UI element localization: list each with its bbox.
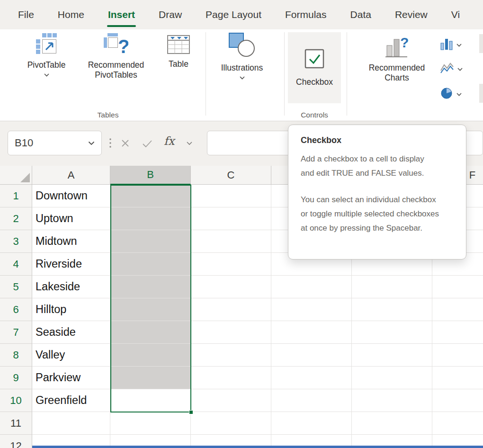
pie-chart-button[interactable] [440, 87, 462, 101]
cell-A9[interactable]: Parkview [32, 367, 110, 389]
group-separator [284, 32, 285, 116]
cell-A2[interactable]: Uptown [32, 207, 110, 230]
tab-data[interactable]: Data [350, 0, 371, 29]
cell-F8[interactable] [432, 344, 483, 367]
cell-A8[interactable]: Valley [32, 344, 110, 367]
excel-window: FileHomeInsertDrawPage LayoutFormulasDat… [0, 0, 483, 448]
row-header-3[interactable]: 3 [0, 230, 32, 253]
row-header-12[interactable]: 12 [0, 435, 32, 448]
cell-E8[interactable] [352, 344, 432, 367]
cell-F7[interactable] [432, 321, 483, 344]
row-header-10[interactable]: 10 [0, 389, 32, 412]
fill-handle[interactable] [189, 410, 193, 414]
cell-B3[interactable] [110, 230, 191, 253]
select-all-corner[interactable] [0, 166, 32, 185]
cell-A1[interactable]: Downtown [32, 185, 110, 207]
cell-B5[interactable] [110, 276, 191, 298]
cell-E5[interactable] [352, 276, 432, 298]
cell-C2[interactable] [191, 207, 271, 230]
line-chart-button[interactable] [440, 63, 463, 76]
tab-insert[interactable]: Insert [108, 0, 135, 29]
cell-F9[interactable] [432, 367, 483, 389]
cell-F11[interactable] [432, 412, 483, 435]
enter-icon[interactable] [143, 140, 152, 147]
tab-draw[interactable]: Draw [159, 0, 182, 29]
cell-B7[interactable] [110, 321, 191, 344]
chevron-down-icon [456, 44, 462, 47]
recommended-charts-button[interactable]: ? Recommended Charts [356, 34, 438, 83]
cell-A5[interactable]: Lakeside [32, 276, 110, 298]
cell-C6[interactable] [191, 298, 271, 321]
cancel-icon[interactable] [121, 139, 129, 147]
cell-D7[interactable] [271, 321, 352, 344]
tab-page-layout[interactable]: Page Layout [206, 0, 261, 29]
cell-C1[interactable] [191, 185, 271, 207]
cell-C8[interactable] [191, 344, 271, 367]
column-header-B[interactable]: B [110, 166, 191, 185]
cell-B9[interactable] [110, 367, 191, 389]
cell-B4[interactable] [110, 253, 191, 276]
checkbox-button[interactable]: Checkbox [288, 32, 341, 103]
cell-C9[interactable] [191, 367, 271, 389]
formula-bar-grip[interactable] [109, 137, 112, 149]
row-header-7[interactable]: 7 [0, 321, 32, 344]
chevron-down-icon[interactable] [88, 141, 95, 145]
tab-review[interactable]: Review [395, 0, 428, 29]
cell-E6[interactable] [352, 298, 432, 321]
insert-function-button[interactable]: fx [164, 134, 174, 148]
row-header-8[interactable]: 8 [0, 344, 32, 367]
cell-E9[interactable] [352, 367, 432, 389]
cell-F6[interactable] [432, 298, 483, 321]
cell-B1[interactable] [110, 185, 191, 207]
cell-A10[interactable]: Greenfield [32, 389, 110, 412]
cell-C3[interactable] [191, 230, 271, 253]
row-header-5[interactable]: 5 [0, 276, 32, 298]
cell-C5[interactable] [191, 276, 271, 298]
name-box[interactable]: B10 [8, 131, 102, 155]
cell-A11[interactable] [32, 412, 110, 435]
cell-C4[interactable] [191, 253, 271, 276]
cell-F10[interactable] [432, 389, 483, 412]
cell-E7[interactable] [352, 321, 432, 344]
tab-home[interactable]: Home [58, 0, 84, 29]
row-header-6[interactable]: 6 [0, 298, 32, 321]
tab-file[interactable]: File [18, 0, 34, 29]
row-header-9[interactable]: 9 [0, 367, 32, 389]
row-header-2[interactable]: 2 [0, 207, 32, 230]
tab-vi[interactable]: Vi [451, 0, 460, 29]
cell-B10[interactable] [110, 389, 191, 412]
table-button[interactable]: Table [160, 35, 197, 69]
cell-A6[interactable]: Hilltop [32, 298, 110, 321]
cell-C10[interactable] [191, 389, 271, 412]
row-header-4[interactable]: 4 [0, 253, 32, 276]
cell-A4[interactable]: Riverside [32, 253, 110, 276]
cell-D6[interactable] [271, 298, 352, 321]
cell-D5[interactable] [271, 276, 352, 298]
chevron-down-icon[interactable] [187, 142, 192, 145]
cell-B2[interactable] [110, 207, 191, 230]
cell-A3[interactable]: Midtown [32, 230, 110, 253]
cell-D8[interactable] [271, 344, 352, 367]
illustrations-button[interactable]: Illustrations [211, 32, 273, 80]
row-header-1[interactable]: 1 [0, 185, 32, 207]
tab-formulas[interactable]: Formulas [285, 0, 327, 29]
row-header-11[interactable]: 11 [0, 412, 32, 435]
cell-B8[interactable] [110, 344, 191, 367]
ribbon: PivotTable ? Recommended PivotTables [0, 29, 483, 121]
cell-C11[interactable] [191, 412, 271, 435]
pivottable-button[interactable]: PivotTable [24, 33, 69, 77]
cell-B6[interactable] [110, 298, 191, 321]
cell-D9[interactable] [271, 367, 352, 389]
column-header-C[interactable]: C [191, 166, 271, 185]
cell-D11[interactable] [271, 412, 352, 435]
cell-D10[interactable] [271, 389, 352, 412]
cell-C7[interactable] [191, 321, 271, 344]
column-header-A[interactable]: A [32, 166, 110, 185]
column-chart-button[interactable] [440, 38, 462, 52]
recommended-pivottables-button[interactable]: ? Recommended PivotTables [72, 33, 160, 80]
cell-E11[interactable] [352, 412, 432, 435]
cell-B11[interactable] [110, 412, 191, 435]
cell-A7[interactable]: Seaside [32, 321, 110, 344]
cell-E10[interactable] [352, 389, 432, 412]
cell-F5[interactable] [432, 276, 483, 298]
